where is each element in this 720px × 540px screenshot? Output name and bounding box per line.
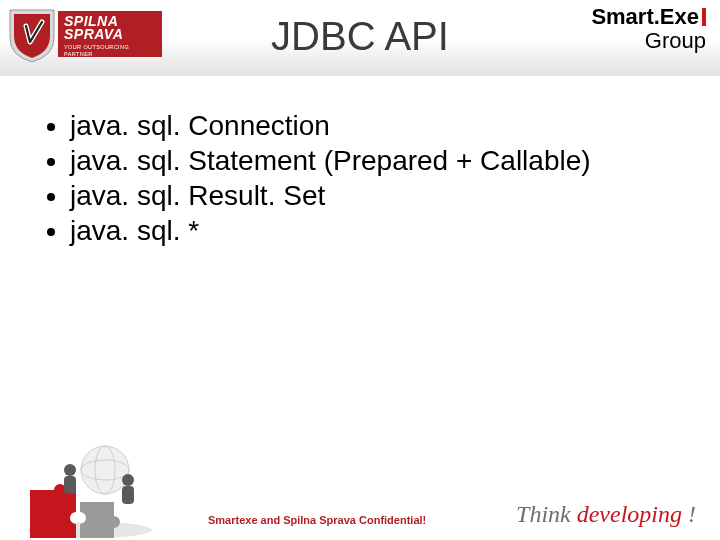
svg-point-4 [64,464,76,476]
slide-body: java. sql. Connection java. sql. Stateme… [42,108,642,248]
footer: Smartexe and Spilna Sprava Confidential!… [0,454,720,540]
list-item: java. sql. Statement (Prepared + Callabl… [70,143,642,178]
svg-rect-5 [64,476,76,494]
list-item: java. sql. Connection [70,108,642,143]
list-item: java. sql. * [70,213,642,248]
svg-point-1 [81,446,129,494]
think-highlight: developing [577,501,682,527]
slide: SPILNASPRAVA YOUR OUTSOURCING PARTNER Sm… [0,0,720,540]
footer-confidential: Smartexe and Spilna Sprava Confidential! [208,514,426,526]
bullet-list: java. sql. Connection java. sql. Stateme… [42,108,642,248]
svg-rect-7 [122,486,134,504]
svg-point-6 [122,474,134,486]
think-prefix: Think [516,501,577,527]
think-suffix: ! [682,501,696,527]
footer-tagline: Think developing ! [516,501,696,528]
puzzle-globe-icon [10,430,160,540]
list-item: java. sql. Result. Set [70,178,642,213]
slide-title: JDBC API [0,14,720,59]
